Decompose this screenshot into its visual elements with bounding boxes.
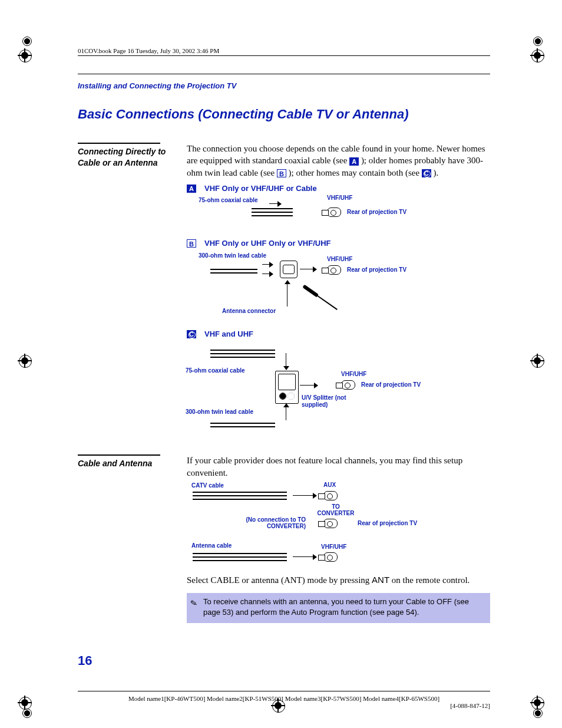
f-connector-icon xyxy=(323,519,338,528)
diagram-a: 75-ohm coaxial cable VHF/UHF Rear of pro… xyxy=(187,197,490,232)
diagram-c-header: C VHF and UHF xyxy=(187,329,490,340)
page-title: Basic Connections (Connecting Cable TV o… xyxy=(78,107,490,122)
note-text: To receive channels with an antenna, you… xyxy=(203,597,469,617)
label-rear-tv: Rear of projection TV xyxy=(361,381,421,388)
label-to-converter: TO CONVERTER xyxy=(315,503,356,517)
tag-c-icon: C xyxy=(422,169,431,177)
body-text: ); other homes may contain both (see xyxy=(289,168,422,177)
diagram-a-title: VHF Only or VHF/UHF or Cable xyxy=(204,183,317,194)
f-connector-icon xyxy=(323,491,338,500)
label-catv-cable: CATV cable xyxy=(191,482,224,489)
registration-mark xyxy=(530,354,544,368)
registration-mark xyxy=(18,696,32,710)
label-aux: AUX xyxy=(323,482,336,489)
label-vhf-uhf: VHF/UHF xyxy=(327,195,352,202)
top-rule xyxy=(78,74,490,74)
footer-partnum: [4-088-847-12] xyxy=(78,702,490,709)
twin-lead-icon xyxy=(210,269,257,270)
body-text: If your cable provider does not feature … xyxy=(187,454,490,479)
label-300ohm: 300-ohm twin lead cable xyxy=(199,252,266,259)
footer-models: Model name1[KP-46WT500] Model name2[KP-5… xyxy=(128,695,439,702)
label-no-connection: (No connection to TO CONVERTER) xyxy=(235,516,306,530)
label-rear-tv: Rear of projection TV xyxy=(358,520,417,527)
page-number: 16 xyxy=(78,653,92,668)
label-75ohm-coax: 75-ohm coaxial cable xyxy=(199,197,258,204)
arrow-right-icon xyxy=(269,203,281,204)
f-connector-icon xyxy=(341,380,355,390)
arrow-right-icon xyxy=(293,556,316,557)
diagram-b-title: VHF Only or UHF Only or VHF/UHF xyxy=(204,238,331,249)
pencil-icon: ✎ xyxy=(189,597,198,610)
label-300ohm: 300-ohm twin lead cable xyxy=(186,409,253,416)
f-connector-icon xyxy=(323,552,338,562)
arrow-up-icon xyxy=(286,404,286,420)
label-vhf-uhf: VHF/UHF xyxy=(327,256,352,263)
label-rear-tv: Rear of projection TV xyxy=(347,209,406,216)
side-rule xyxy=(78,454,160,456)
side-rule xyxy=(78,143,160,144)
registration-dot xyxy=(22,37,32,46)
registration-dot xyxy=(533,709,543,718)
diagram-cable-antenna: CATV cable AUX TO CONVERTER (No connecti… xyxy=(187,482,490,571)
body-text: Select CABLE or antenna (ANT) mode by pr… xyxy=(187,574,490,586)
section-header: Installing and Connecting the Projection… xyxy=(78,81,490,90)
arrow-down-icon xyxy=(286,353,286,370)
arrow-right-icon xyxy=(300,269,316,269)
splitter-icon xyxy=(275,371,299,404)
registration-dot xyxy=(533,37,543,46)
coax-cable-icon xyxy=(193,556,287,558)
label-uv-splitter: U/V Splitter (not supplied) xyxy=(302,394,355,408)
tag-a-icon: A xyxy=(349,157,359,166)
registration-mark xyxy=(18,48,32,62)
tag-b-icon: B xyxy=(277,169,286,177)
tag-a-icon: A xyxy=(187,185,196,193)
diagram-b-header: B VHF Only or UHF Only or VHF/UHF xyxy=(187,238,490,249)
callout-line-icon xyxy=(287,281,287,307)
side-title-connecting-directly: Connecting Directly to Cable or an Anten… xyxy=(78,146,175,169)
arrow-right-icon xyxy=(293,495,316,496)
diagram-c: 75-ohm coaxial cable U/V Splitter (not s… xyxy=(187,342,490,437)
screwdriver-icon xyxy=(302,284,339,312)
f-connector-icon xyxy=(327,207,341,217)
tag-b-icon: B xyxy=(187,239,196,248)
note-box: ✎ To receive channels with an antenna, y… xyxy=(187,593,490,622)
registration-mark xyxy=(18,354,32,368)
side-title-cable-and-antenna: Cable and Antenna xyxy=(78,458,175,469)
arrow-right-icon xyxy=(262,264,273,265)
f-connector-icon xyxy=(327,265,341,275)
arrow-right-icon xyxy=(262,274,273,274)
label-antenna-connector: Antenna connector xyxy=(222,308,276,315)
coax-cable-icon xyxy=(252,212,293,213)
label-75ohm-coax: 75-ohm coaxial cable xyxy=(186,367,245,374)
registration-mark xyxy=(530,48,544,62)
diagram-c-title: VHF and UHF xyxy=(204,329,253,340)
twin-lead-icon xyxy=(210,423,275,424)
label-antenna-cable: Antenna cable xyxy=(191,542,232,549)
label-rear-tv: Rear of projection TV xyxy=(347,266,406,274)
registration-mark xyxy=(530,696,544,710)
body-text: ). xyxy=(434,168,439,177)
arrow-right-icon xyxy=(300,385,318,386)
diagram-b: 300-ohm twin lead cable VHF/UHF Rear of … xyxy=(187,252,490,323)
book-header-text: 01COV.book Page 16 Tuesday, July 30, 200… xyxy=(78,47,490,56)
diagram-a-header: A VHF Only or VHF/UHF or Cable xyxy=(187,183,490,194)
registration-dot xyxy=(22,709,32,718)
coax-cable-icon xyxy=(210,353,275,354)
coax-cable-icon xyxy=(193,495,287,496)
tag-c-icon: C xyxy=(187,330,196,338)
label-vhf-uhf: VHF/UHF xyxy=(321,543,346,551)
label-vhf-uhf: VHF/UHF xyxy=(341,371,366,378)
matching-transformer-icon xyxy=(280,261,297,278)
footer: Model name1[KP-46WT500] Model name2[KP-5… xyxy=(78,691,490,709)
